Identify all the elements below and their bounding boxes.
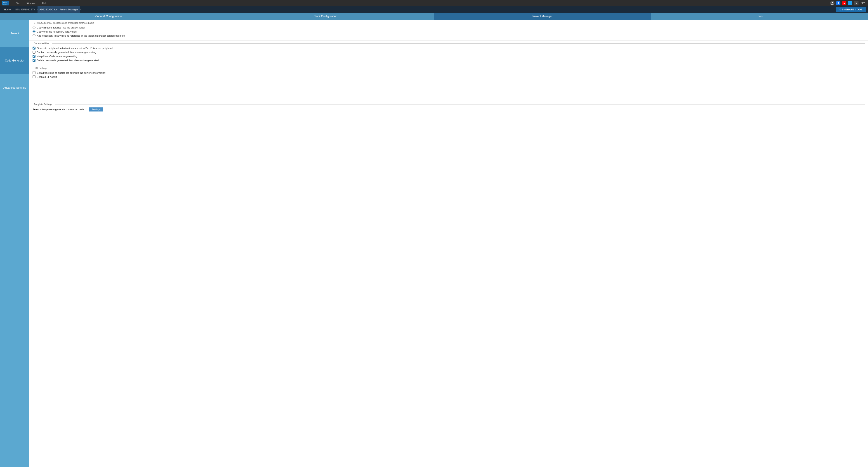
gen-files-input-0[interactable]	[33, 47, 35, 50]
hal-input-0[interactable]	[33, 71, 35, 74]
template-settings-title: Template Settings	[33, 103, 865, 106]
svg-text:STM32: STM32	[3, 2, 6, 3]
menu-file[interactable]: File	[16, 2, 20, 4]
library-radio-0[interactable]: Copy all used libraries into the project…	[33, 26, 865, 29]
generated-files-section: Generated files Generate peripheral init…	[29, 40, 868, 65]
facebook-icon[interactable]: f	[836, 1, 840, 5]
hal-check-0[interactable]: Set all free pins as analog (to optimize…	[33, 71, 865, 74]
main-layout: Project Code Generator Advanced Settings…	[0, 20, 868, 467]
gen-files-check-2[interactable]: Keep User Code when re-generating	[33, 55, 865, 58]
library-section: STM32Cube MCU packages and embedded soft…	[29, 20, 868, 40]
tab-tools[interactable]: Tools	[651, 13, 868, 20]
library-radio-input-1[interactable]	[33, 30, 35, 33]
breadcrumb-chip[interactable]: STM32F103C8Tx	[13, 6, 37, 13]
gen-files-input-1[interactable]	[33, 51, 35, 54]
breadcrumb-project[interactable]: AD9220ADC.ioc - Project Manager	[37, 6, 80, 13]
stm-logo: STM32 CubeMx	[2, 1, 9, 5]
hal-check-1[interactable]: Enable Full Assert	[33, 75, 865, 78]
breadcrumb-bar: Home › STM32F103C8Tx › AD9220ADC.ioc - P…	[0, 6, 868, 13]
svg-point-3	[832, 2, 833, 3]
youtube-icon[interactable]: ▶	[842, 1, 846, 5]
sidebar: Project Code Generator Advanced Settings	[0, 20, 29, 467]
breadcrumb-sep-3: ›	[80, 8, 81, 11]
tab-clock[interactable]: Clock Configuration	[217, 13, 434, 20]
titlebar-social: f ▶ t ✕ ST	[830, 1, 866, 5]
stm-logo-box: STM32 CubeMx	[2, 1, 9, 5]
tab-project-manager[interactable]: Project Manager	[434, 13, 651, 20]
content-area: STM32Cube MCU packages and embedded soft…	[29, 20, 868, 467]
hal-settings-section: HAL Settings Set all free pins as analog…	[29, 65, 868, 101]
library-radio-1[interactable]: Copy only the necessary library files	[33, 30, 865, 33]
gen-files-check-0[interactable]: Generate peripheral initialization as a …	[33, 47, 865, 50]
library-section-title: STM32Cube MCU packages and embedded soft…	[33, 22, 865, 24]
breadcrumb-home[interactable]: Home	[2, 6, 12, 13]
titlebar: STM32 CubeMx File Window Help f ▶ t ✕ ST	[0, 0, 868, 6]
menu-window[interactable]: Window	[27, 2, 35, 4]
gen-files-check-3[interactable]: Delete previously generated files when n…	[33, 59, 865, 62]
library-radio-group: Copy all used libraries into the project…	[33, 26, 865, 37]
x-icon[interactable]: ✕	[854, 1, 859, 5]
st-brand-icon[interactable]: ST	[860, 1, 866, 5]
twitter-icon[interactable]: t	[848, 1, 852, 5]
tab-bar: Pinout & Configuration Clock Configurati…	[0, 13, 868, 20]
hal-settings-checkbox-group: Set all free pins as analog (to optimize…	[33, 71, 865, 78]
titlebar-menu: File Window Help	[16, 2, 47, 4]
library-radio-2[interactable]: Add necessary library files as reference…	[33, 34, 865, 37]
generate-code-button[interactable]: GENERATE CODE	[836, 7, 866, 12]
hal-input-1[interactable]	[33, 75, 35, 78]
library-radio-input-0[interactable]	[33, 26, 35, 29]
template-settings-button[interactable]: Settings	[89, 108, 103, 112]
gen-files-check-1[interactable]: Backup previously generated files when r…	[33, 51, 865, 54]
gen-files-input-3[interactable]	[33, 59, 35, 62]
hal-settings-title: HAL Settings	[33, 67, 865, 69]
menu-help[interactable]: Help	[42, 2, 48, 4]
sidebar-item-advanced-settings[interactable]: Advanced Settings	[0, 74, 29, 101]
sidebar-item-code-generator[interactable]: Code Generator	[0, 47, 29, 74]
tab-pinout[interactable]: Pinout & Configuration	[0, 13, 217, 20]
user-icon[interactable]	[830, 1, 835, 5]
sidebar-item-project[interactable]: Project	[0, 20, 29, 47]
svg-text:CubeMx: CubeMx	[3, 3, 7, 5]
generated-files-checkbox-group: Generate peripheral initialization as a …	[33, 47, 865, 62]
template-settings-section: Template Settings Select a template to g…	[29, 101, 868, 133]
template-row: Select a template to generate customized…	[33, 108, 865, 112]
generated-files-title: Generated files	[33, 42, 865, 45]
library-radio-input-2[interactable]	[33, 34, 35, 37]
gen-files-input-2[interactable]	[33, 55, 35, 58]
